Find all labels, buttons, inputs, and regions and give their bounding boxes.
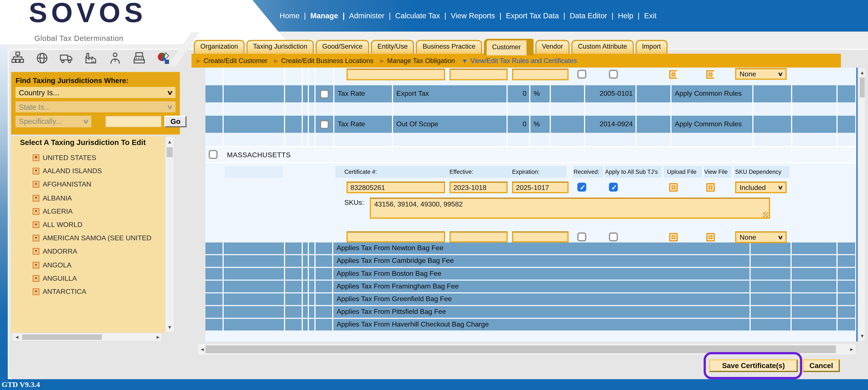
save-certificates-button[interactable]: Save Certificate(s)	[709, 359, 798, 372]
scroll-thumb[interactable]	[206, 346, 836, 353]
scroll-right-arrow[interactable]: ►	[849, 347, 854, 352]
tree-expand-icon[interactable]: ▪	[33, 262, 39, 268]
breadcrumb-step[interactable]: ▶ Manage Tax Obligation	[380, 57, 455, 64]
scroll-left-arrow[interactable]: ◄	[200, 347, 205, 352]
jurisdiction-checkbox[interactable]	[209, 150, 217, 159]
sku-dependency-select[interactable]: None ∨	[735, 232, 786, 243]
sku-dependency-select[interactable]: None ∨	[735, 68, 786, 80]
scroll-thumb[interactable]	[22, 334, 102, 340]
globe-icon[interactable]	[35, 52, 49, 65]
sitemap-icon[interactable]	[11, 52, 24, 65]
tab[interactable]: Import	[635, 40, 667, 54]
person-icon[interactable]	[108, 52, 122, 65]
specific-search-input[interactable]	[105, 116, 161, 127]
certificate-number-input[interactable]	[346, 182, 445, 193]
row-select-checkbox[interactable]	[320, 120, 329, 129]
chart-pen-icon[interactable]	[157, 52, 170, 65]
resize-grip-icon[interactable]	[763, 212, 768, 218]
view-file-icon[interactable]	[707, 183, 715, 192]
jurisdiction-hscrollbar[interactable]: ◄ ►	[12, 333, 162, 341]
scroll-down-arrow[interactable]: ▼	[860, 334, 865, 339]
menu-item[interactable]: Administer |	[349, 11, 391, 20]
skus-textarea[interactable]: 43156, 39104, 49300, 99582	[370, 198, 770, 219]
jurisdiction-item[interactable]: ▪ AMERICAN SAMOA (SEE UNITED	[11, 233, 165, 244]
menu-item[interactable]: Exit |	[644, 11, 656, 20]
jurisdiction-item[interactable]: ▪ ANTARCTICA	[11, 287, 165, 298]
received-checkbox[interactable]	[578, 233, 586, 241]
menu-item[interactable]: Home |	[280, 11, 306, 20]
tree-expand-icon[interactable]: ▪	[33, 168, 39, 175]
tab[interactable]: Customer	[484, 39, 534, 55]
scroll-thumb[interactable]	[860, 78, 865, 97]
upload-file-icon[interactable]	[669, 233, 678, 241]
breadcrumb-step[interactable]: ▶ Create/Edit Business Locations	[274, 57, 373, 64]
tab[interactable]: Entity/Use	[371, 40, 414, 54]
tree-expand-icon[interactable]: ▪	[33, 195, 39, 201]
tree-expand-icon[interactable]: +	[33, 154, 39, 161]
tree-expand-icon[interactable]: ▪	[33, 235, 39, 241]
cancel-button[interactable]: Cancel	[803, 359, 840, 372]
tab[interactable]: Good/Service	[316, 40, 369, 54]
view-file-icon[interactable]	[707, 233, 715, 241]
tab[interactable]: Taxing Jurisdiction	[246, 40, 314, 54]
jurisdiction-item[interactable]: ▪ ANDORRA	[11, 246, 165, 258]
register-icon[interactable]	[133, 52, 146, 65]
scroll-up-arrow[interactable]: ▲	[167, 140, 172, 144]
tab[interactable]: Organization	[194, 40, 245, 54]
breadcrumb-step[interactable]: ▼ View/Edit Tax Rules and Certificates	[462, 57, 577, 64]
received-checkbox[interactable]	[578, 70, 586, 79]
apply-all-checkbox[interactable]	[609, 183, 618, 191]
expiration-date-input[interactable]	[512, 182, 568, 193]
jurisdiction-item[interactable]: + UNITED STATES	[11, 153, 165, 164]
factory-icon[interactable]	[84, 52, 97, 65]
jurisdiction-item[interactable]: ▪ ALL WORLD	[11, 220, 165, 231]
jurisdiction-vscrollbar[interactable]: ▲ ▼	[165, 136, 175, 333]
row-select-checkbox[interactable]	[320, 89, 329, 98]
effective-date-input[interactable]	[450, 232, 508, 242]
main-vscrollbar[interactable]: ▲ ▼	[858, 67, 866, 341]
tree-expand-icon[interactable]: ▪	[33, 275, 39, 281]
jurisdiction-item[interactable]: ▪ ALGERIA	[11, 206, 165, 217]
jurisdiction-item[interactable]: ▪ ALBANIA	[11, 193, 165, 204]
apply-all-checkbox[interactable]	[609, 70, 618, 79]
menu-item[interactable]: Calculate Tax |	[395, 11, 446, 20]
apply-all-checkbox[interactable]	[609, 233, 618, 241]
menu-item[interactable]: Export Tax Data |	[506, 11, 565, 20]
scroll-left-arrow[interactable]: ◄	[14, 335, 19, 340]
tree-expand-icon[interactable]: ▪	[33, 221, 39, 228]
scroll-up-arrow[interactable]: ▲	[860, 70, 865, 75]
certificate-number-input[interactable]	[346, 69, 445, 80]
tree-expand-icon[interactable]: ▪	[33, 288, 39, 295]
certificate-number-input[interactable]	[346, 232, 445, 242]
upload-file-icon[interactable]	[669, 70, 678, 79]
menu-item[interactable]: Manage |	[310, 11, 345, 20]
breadcrumb-step[interactable]: ▶ Create/Edit Customer	[197, 57, 268, 64]
menu-item[interactable]: View Reports |	[451, 11, 501, 20]
scroll-thumb[interactable]	[167, 147, 173, 157]
effective-date-input[interactable]	[450, 69, 508, 80]
scroll-right-arrow[interactable]: ►	[156, 335, 160, 340]
main-hscrollbar[interactable]: ◄ ►	[197, 343, 857, 356]
scroll-down-arrow[interactable]: ▼	[167, 325, 172, 330]
tab[interactable]: Business Practice	[416, 40, 482, 54]
country-select[interactable]: Country Is... ∨	[16, 87, 176, 98]
specifically-select[interactable]: Specifically... ∨	[16, 116, 91, 127]
sku-dependency-select[interactable]: Included ∨	[735, 182, 786, 193]
menu-item[interactable]: Help |	[618, 11, 640, 20]
view-file-icon[interactable]	[707, 70, 715, 79]
expiration-date-input[interactable]	[512, 69, 568, 80]
jurisdiction-item[interactable]: ▪ AFGHANISTAN	[11, 180, 165, 190]
tree-expand-icon[interactable]: ▪	[33, 181, 39, 188]
expiration-date-input[interactable]	[512, 232, 568, 242]
jurisdiction-item[interactable]: ▪ ANGUILLA	[11, 273, 165, 284]
tab[interactable]: Custom Attribute	[571, 40, 634, 54]
effective-date-input[interactable]	[450, 182, 508, 193]
jurisdiction-item[interactable]: ▪ AALAND ISLANDS	[11, 166, 165, 177]
tree-expand-icon[interactable]: ▪	[33, 248, 39, 255]
menu-item[interactable]: Data Editor |	[570, 11, 613, 20]
state-select[interactable]: State Is... ∨	[16, 101, 176, 112]
truck-icon[interactable]	[60, 52, 73, 65]
jurisdiction-item[interactable]: ▪ ANGOLA	[11, 260, 165, 271]
tree-expand-icon[interactable]: ▪	[33, 208, 39, 215]
tab[interactable]: Vendor	[535, 40, 570, 54]
